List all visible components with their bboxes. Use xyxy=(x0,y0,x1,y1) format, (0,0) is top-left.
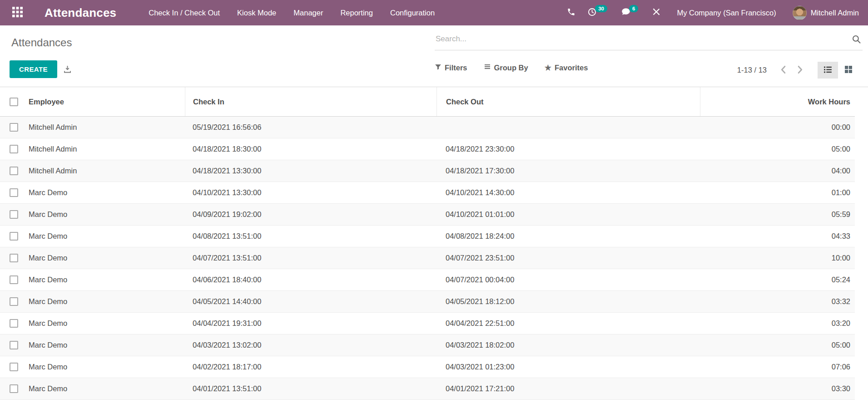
cell-employee: Marc Demo xyxy=(22,378,185,399)
chevron-right-icon xyxy=(795,65,804,75)
search-icon[interactable] xyxy=(850,34,863,44)
menu-configuration[interactable]: Configuration xyxy=(382,0,443,25)
row-checkbox[interactable] xyxy=(10,210,18,219)
cell-check-in: 04/07/2021 13:51:00 xyxy=(185,247,436,269)
menu-kiosk-mode[interactable]: Kiosk Mode xyxy=(228,0,285,25)
table-row[interactable]: Marc Demo 04/02/2021 18:17:00 04/03/2021… xyxy=(0,356,855,378)
table-row[interactable]: Marc Demo 04/03/2021 13:02:00 04/03/2021… xyxy=(0,334,855,356)
group-by-button[interactable]: Group By xyxy=(484,63,528,72)
list-view-icon xyxy=(823,65,833,76)
download-icon xyxy=(63,69,72,75)
pager-range[interactable]: 1-13 / 13 xyxy=(737,66,767,74)
kanban-view-button[interactable] xyxy=(838,62,858,79)
company-switcher[interactable]: My Company (San Francisco) xyxy=(667,9,782,17)
main-menu: Check In / Check Out Kiosk Mode Manager … xyxy=(140,0,443,25)
cell-check-out: 04/07/2021 23:51:00 xyxy=(436,247,700,269)
cell-check-in: 04/18/2021 18:30:00 xyxy=(185,138,436,160)
row-checkbox[interactable] xyxy=(10,167,18,175)
cell-employee: Mitchell Admin xyxy=(22,138,185,160)
app-name-menu[interactable]: Attendances xyxy=(45,6,116,20)
systray: 30 6 My Company (San Francisco) Mitchell… xyxy=(561,0,868,25)
table-row[interactable]: Marc Demo 04/08/2021 13:51:00 04/08/2021… xyxy=(0,226,855,247)
favorites-label: Favorites xyxy=(555,64,588,72)
attendance-list: Employee Check In Check Out Work Hours M… xyxy=(0,87,855,400)
cell-check-out: 04/05/2021 18:12:00 xyxy=(436,291,700,312)
cell-check-in: 04/08/2021 13:51:00 xyxy=(185,226,436,247)
search-input[interactable] xyxy=(435,34,850,44)
favorites-button[interactable]: ★ Favorites xyxy=(545,64,588,72)
cell-employee: Marc Demo xyxy=(22,356,185,378)
cell-employee: Marc Demo xyxy=(22,247,185,269)
messages-button[interactable]: 6 xyxy=(615,0,646,25)
cell-check-out: 04/04/2021 22:51:00 xyxy=(436,313,700,334)
cell-work-hours: 05:00 xyxy=(700,334,855,356)
row-checkbox[interactable] xyxy=(10,188,18,197)
select-all-checkbox[interactable] xyxy=(10,98,18,106)
create-button[interactable]: CREATE xyxy=(10,60,57,78)
activities-button[interactable]: 30 xyxy=(581,0,615,25)
table-row[interactable]: Marc Demo 04/05/2021 14:40:00 04/05/2021… xyxy=(0,291,855,313)
cell-check-out: 04/08/2021 18:24:00 xyxy=(436,226,700,247)
row-checkbox[interactable] xyxy=(10,254,18,262)
export-button[interactable] xyxy=(63,64,72,75)
cell-check-out: 04/10/2021 01:01:00 xyxy=(436,204,700,225)
table-row[interactable]: Mitchell Admin 04/18/2021 13:30:00 04/18… xyxy=(0,160,855,182)
table-row[interactable]: Marc Demo 04/07/2021 13:51:00 04/07/2021… xyxy=(0,247,855,269)
user-avatar xyxy=(793,6,807,20)
cell-employee: Marc Demo xyxy=(22,313,185,334)
cell-check-out: 04/03/2021 18:02:00 xyxy=(436,334,700,356)
column-header-work-hours[interactable]: Work Hours xyxy=(700,87,855,116)
pager-area: 1-13 / 13 xyxy=(737,62,858,79)
table-row[interactable]: Marc Demo 04/04/2021 19:31:00 04/04/2021… xyxy=(0,313,855,334)
table-row[interactable]: Mitchell Admin 05/19/2021 16:56:06 00:00 xyxy=(0,117,855,138)
table-row[interactable]: Marc Demo 04/06/2021 18:40:00 04/07/2021… xyxy=(0,269,855,291)
row-checkbox[interactable] xyxy=(10,384,18,393)
cell-check-out: 04/03/2021 01:23:00 xyxy=(436,356,700,378)
row-checkbox[interactable] xyxy=(10,341,18,349)
menu-manager[interactable]: Manager xyxy=(285,0,332,25)
cell-check-in: 04/18/2021 13:30:00 xyxy=(185,160,436,182)
voip-button[interactable] xyxy=(561,0,581,25)
column-header-check-out[interactable]: Check Out xyxy=(436,87,700,116)
table-row[interactable]: Marc Demo 04/10/2021 13:30:00 04/10/2021… xyxy=(0,182,855,204)
search-options-bar: Filters Group By ★ Favorites xyxy=(435,63,604,72)
view-switcher xyxy=(818,62,858,79)
developer-tools-button[interactable] xyxy=(646,0,667,25)
row-checkbox[interactable] xyxy=(10,319,18,328)
cell-work-hours: 05:24 xyxy=(700,269,855,290)
column-header-employee[interactable]: Employee xyxy=(22,87,185,116)
table-row[interactable]: Marc Demo 04/01/2021 13:51:00 04/01/2021… xyxy=(0,378,855,400)
filters-button[interactable]: Filters xyxy=(435,64,467,72)
row-checkbox[interactable] xyxy=(10,275,18,284)
group-by-label: Group By xyxy=(494,64,528,72)
row-checkbox[interactable] xyxy=(10,123,18,132)
column-header-check-in[interactable]: Check In xyxy=(185,87,436,116)
menu-reporting[interactable]: Reporting xyxy=(332,0,382,25)
pager-next-button[interactable] xyxy=(792,64,808,77)
cell-check-out: 04/18/2021 23:30:00 xyxy=(436,138,700,160)
list-view-button[interactable] xyxy=(818,62,838,79)
cell-work-hours: 05:00 xyxy=(700,138,855,160)
cell-employee: Marc Demo xyxy=(22,269,185,290)
apps-menu-button[interactable] xyxy=(12,7,23,19)
pager-previous-button[interactable] xyxy=(776,64,792,77)
cell-work-hours: 03:32 xyxy=(700,291,855,312)
cell-work-hours: 03:20 xyxy=(700,313,855,334)
cell-check-in: 04/10/2021 13:30:00 xyxy=(185,182,436,203)
row-checkbox[interactable] xyxy=(10,145,18,153)
cell-check-in: 04/03/2021 13:02:00 xyxy=(185,334,436,356)
cell-employee: Marc Demo xyxy=(22,182,185,203)
breadcrumb-title: Attendances xyxy=(11,36,72,49)
filters-label: Filters xyxy=(445,64,467,72)
top-navbar: Attendances Check In / Check Out Kiosk M… xyxy=(0,0,868,25)
cell-employee: Mitchell Admin xyxy=(22,160,185,182)
row-checkbox[interactable] xyxy=(10,363,18,371)
menu-check-in-check-out[interactable]: Check In / Check Out xyxy=(140,0,228,25)
user-menu[interactable]: Mitchell Admin xyxy=(793,6,859,20)
phone-icon xyxy=(567,8,575,18)
row-checkbox[interactable] xyxy=(10,232,18,241)
table-row[interactable]: Marc Demo 04/09/2021 19:02:00 04/10/2021… xyxy=(0,204,855,226)
cell-check-in: 04/05/2021 14:40:00 xyxy=(185,291,436,312)
table-row[interactable]: Mitchell Admin 04/18/2021 18:30:00 04/18… xyxy=(0,138,855,160)
row-checkbox[interactable] xyxy=(10,297,18,306)
